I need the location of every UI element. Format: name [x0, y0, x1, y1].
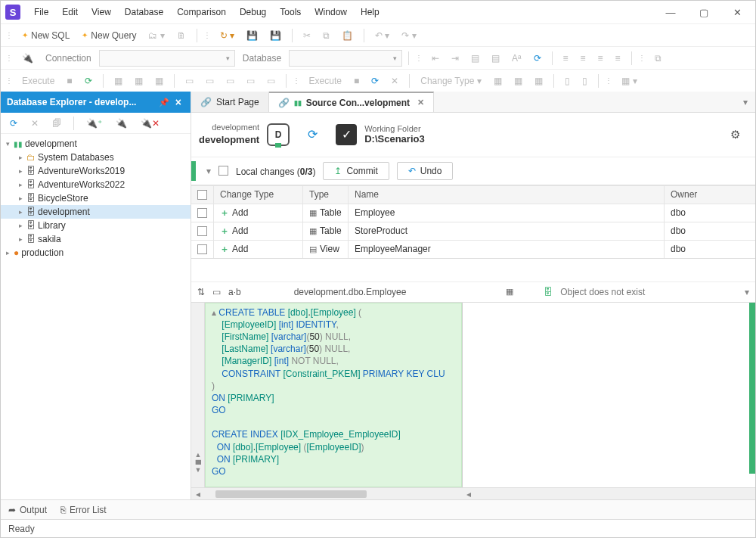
select-all-checkbox[interactable]: [218, 166, 228, 176]
panel4-button[interactable]: ▭: [242, 73, 259, 89]
expand-icon[interactable]: ▸: [17, 167, 24, 175]
grid-b-button[interactable]: ▦: [510, 73, 527, 89]
justify-button[interactable]: ≡: [611, 51, 625, 66]
sc-refresh-button[interactable]: ⟳: [308, 127, 318, 141]
connect-button[interactable]: 🔌: [17, 51, 38, 66]
undo-button[interactable]: ↶ Undo: [397, 162, 454, 180]
diff-dropdown[interactable]: ▾: [745, 287, 749, 297]
save-all-button[interactable]: 🗎: [172, 28, 191, 43]
undo-button[interactable]: ↶ ▾: [370, 28, 394, 43]
script-button[interactable]: ▯: [560, 73, 575, 89]
minimize-button[interactable]: —: [657, 3, 684, 21]
expand-icon[interactable]: ▸: [17, 208, 24, 216]
tree-db-bicyclestore[interactable]: ▸ 🗄 BicycleStore: [1, 191, 191, 205]
stop2-button[interactable]: ■: [349, 73, 364, 89]
col-type[interactable]: Type: [303, 186, 349, 204]
menu-database[interactable]: Database: [119, 4, 169, 20]
maximize-button[interactable]: ▢: [690, 3, 717, 21]
refresh-arrow-button[interactable]: ↻ ▾: [215, 28, 239, 43]
sql-editor[interactable]: ▴ CREATE TABLE [dbo].[Employee] ( [Emplo…: [205, 303, 462, 487]
compare-button[interactable]: ⧉: [650, 51, 666, 66]
grid2-button[interactable]: ▦: [130, 73, 147, 89]
toolbar-refresh-button[interactable]: ⟳: [529, 51, 546, 66]
tree-db-adventureworks2019[interactable]: ▸ 🗄 AdventureWorks2019: [1, 164, 191, 178]
grid-row-storeproduct[interactable]: ＋Add ▦Table StoreProduct dbo: [191, 222, 755, 240]
align-center-button[interactable]: ≡: [576, 51, 590, 66]
panel1-button[interactable]: ▭: [181, 73, 198, 89]
header-checkbox[interactable]: [197, 190, 207, 200]
execute-button[interactable]: Execute: [17, 73, 59, 89]
col-name[interactable]: Name: [349, 186, 665, 204]
error-list-tab[interactable]: ⎘Error List: [60, 505, 107, 515]
grid-c-button[interactable]: ▦: [530, 73, 547, 89]
server-production[interactable]: ▸ ● production: [1, 246, 191, 260]
tree-db-library[interactable]: ▸ 🗄 Library: [1, 219, 191, 232]
grid-row-employeemanager[interactable]: ＋Add ▤View EmployeeManager dbo: [191, 240, 755, 258]
row-checkbox[interactable]: [197, 244, 207, 254]
delete-button[interactable]: ✕: [26, 116, 43, 131]
execute2-button[interactable]: Execute: [305, 73, 346, 89]
grid3-button[interactable]: ▦: [150, 73, 168, 89]
new-conn-button[interactable]: 🔌⁺: [82, 116, 107, 131]
row-checkbox[interactable]: [197, 226, 207, 236]
remove-conn-button[interactable]: 🔌✕: [136, 116, 164, 131]
redo-button[interactable]: ↷ ▾: [397, 28, 420, 43]
menu-comparison[interactable]: Comparison: [171, 4, 232, 20]
changes-dropdown[interactable]: ▾: [206, 166, 211, 176]
tab-close-icon[interactable]: ✕: [417, 98, 424, 107]
diff-mode-icon[interactable]: ▭: [212, 287, 221, 297]
outdent-button[interactable]: ⇥: [447, 51, 463, 66]
grid-row-employee[interactable]: ＋Add ▦Table Employee dbo: [191, 204, 755, 222]
vscroll-buttons[interactable]: ▲⯀▼: [191, 451, 205, 474]
uncomment-button[interactable]: ▤: [487, 51, 504, 66]
tree-db-development[interactable]: ▸ 🗄 development: [1, 205, 191, 219]
refresh-tree-button[interactable]: ⟳: [5, 116, 22, 131]
pin-icon[interactable]: 📌: [156, 98, 172, 107]
new-query-button[interactable]: ✦New Query: [77, 28, 141, 43]
menu-window[interactable]: Window: [308, 4, 353, 20]
collapse-icon[interactable]: ▾: [4, 140, 11, 148]
database-combo[interactable]: [289, 50, 402, 67]
copy-button[interactable]: ⧉: [318, 28, 334, 43]
hscrollbar-left[interactable]: ◂: [191, 487, 462, 499]
panel-close-icon[interactable]: ×: [172, 96, 184, 108]
grid-a-button[interactable]: ▦: [489, 73, 507, 89]
fold-icon[interactable]: ▴: [212, 307, 218, 318]
align-left-button[interactable]: ≡: [559, 51, 573, 66]
align-right-button[interactable]: ≡: [593, 51, 608, 66]
script2-button[interactable]: ▯: [578, 73, 592, 89]
commit-button[interactable]: ↥ Commit: [323, 162, 389, 180]
comment-button[interactable]: ▤: [466, 51, 484, 66]
settings-gear-button[interactable]: ⚙: [730, 128, 748, 141]
stop-button[interactable]: ■: [62, 73, 76, 89]
col-owner[interactable]: Owner: [665, 186, 755, 204]
expand-icon[interactable]: ▸: [17, 235, 24, 243]
expand-icon[interactable]: ▸: [17, 154, 24, 161]
expand-icon[interactable]: ▸: [17, 194, 24, 202]
menu-edit[interactable]: Edit: [56, 4, 84, 20]
expand-icon[interactable]: ▸: [17, 181, 24, 188]
case-button[interactable]: Aª: [507, 51, 525, 66]
output-tab[interactable]: ➦Output: [8, 505, 47, 515]
panel5-button[interactable]: ▭: [262, 73, 280, 89]
tree-system-databases[interactable]: ▸ 🗀 System Databases: [1, 151, 191, 164]
server-development[interactable]: ▾ ▮▮ development: [1, 137, 191, 151]
expand-icon[interactable]: ▸: [4, 249, 11, 257]
copy-tree-button[interactable]: 🗐: [48, 116, 66, 131]
tab-start-page[interactable]: 🔗 Start Page: [191, 92, 269, 112]
explorer-tree[interactable]: ▾ ▮▮ development ▸ 🗀 System Databases ▸ …: [1, 134, 191, 499]
indent-button[interactable]: ⇤: [427, 51, 444, 66]
save-button[interactable]: 💾: [242, 28, 262, 43]
menu-file[interactable]: File: [28, 4, 54, 20]
diff-nav-icon[interactable]: ⇅: [197, 287, 205, 297]
close-button[interactable]: ✕: [723, 3, 751, 21]
open-button[interactable]: 🗂 ▾: [144, 28, 169, 43]
tab-overflow-button[interactable]: ▾: [736, 92, 755, 112]
disconnect-button[interactable]: 🔌: [111, 116, 132, 131]
new-sql-button[interactable]: ✦New SQL: [17, 28, 74, 43]
panel3-button[interactable]: ▭: [222, 73, 239, 89]
save-as-button[interactable]: 💾: [265, 28, 286, 43]
tree-db-sakila[interactable]: ▸ 🗄 sakila: [1, 232, 191, 246]
panel2-button[interactable]: ▭: [201, 73, 218, 89]
expand-icon[interactable]: ▸: [17, 222, 24, 229]
